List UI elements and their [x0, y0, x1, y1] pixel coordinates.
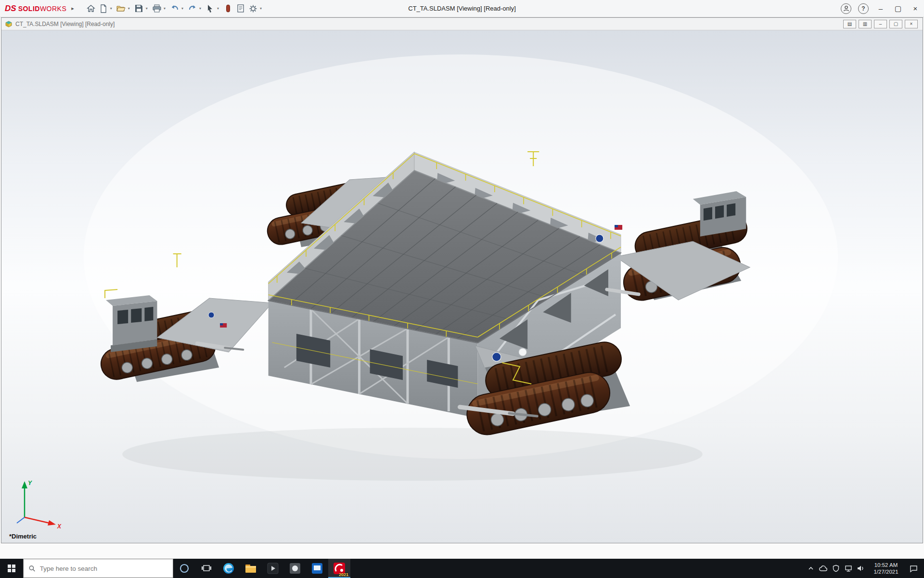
close-button[interactable]: × — [907, 0, 924, 17]
triad-x-label: X — [57, 523, 62, 529]
minimize-button[interactable]: – — [872, 0, 889, 17]
file-explorer-button[interactable] — [240, 559, 262, 578]
save-button[interactable] — [133, 2, 145, 15]
options-caret-icon[interactable]: ▾ — [260, 6, 262, 11]
windows-taskbar: 2021 10:52 AM 1/27/2021 — [0, 559, 924, 578]
app-titlebar: DS SOLIDWORKS ▸ ▾ ▾ ▾ ▾ ▾ ▾ ▾ — [0, 0, 924, 17]
doc-pane-button-2[interactable]: ▥ — [859, 20, 872, 28]
cloud-icon — [819, 565, 828, 572]
start-button[interactable] — [0, 559, 23, 578]
cortana-icon — [179, 563, 190, 574]
search-icon — [28, 565, 36, 572]
options-gear-button[interactable] — [247, 2, 259, 15]
onedrive-tray-button[interactable] — [817, 559, 830, 578]
clock-time: 10:52 AM — [869, 562, 903, 568]
clock-date: 1/27/2021 — [869, 568, 903, 575]
doc-close-button[interactable]: × — [905, 20, 918, 28]
open-button[interactable] — [115, 2, 128, 15]
view-orientation-label: *Dimetric — [9, 533, 37, 540]
edge-icon — [222, 562, 235, 575]
window-title: CT_TA.SLDASM [Viewing] [Read-only] — [408, 5, 516, 12]
doc-pane-button-1[interactable]: ▤ — [843, 20, 856, 28]
orientation-triad[interactable]: X Y — [10, 472, 63, 529]
open-caret-icon[interactable]: ▾ — [128, 6, 130, 11]
redo-button[interactable] — [186, 2, 199, 15]
ds-logo-icon: DS — [5, 4, 16, 13]
document-window: CT_TA.SLDASM [Viewing] [Read-only] ▤ ▥ –… — [1, 17, 923, 543]
blue-window-app-button[interactable] — [306, 559, 328, 578]
new-document-button[interactable] — [97, 2, 110, 15]
crawler-transporter-model — [1, 30, 923, 543]
blue-window-app-icon — [311, 563, 323, 574]
print-caret-icon[interactable]: ▾ — [164, 6, 166, 11]
file-explorer-icon — [244, 563, 257, 574]
windows-logo-icon — [8, 565, 15, 572]
chevron-up-icon — [808, 565, 814, 572]
edge-button[interactable] — [218, 559, 240, 578]
volume-icon — [857, 565, 865, 572]
document-titlebar: CT_TA.SLDASM [Viewing] [Read-only] ▤ ▥ –… — [1, 18, 923, 30]
video-app-button[interactable] — [262, 559, 284, 578]
help-button[interactable]: ? — [858, 3, 869, 14]
home-button[interactable] — [85, 2, 97, 15]
main-toolbar: ▾ ▾ ▾ ▾ ▾ ▾ ▾ ▾ — [85, 2, 265, 15]
document-window-controls: ▤ ▥ – ▢ × — [843, 20, 918, 28]
toolbar-expand-icon[interactable]: ▸ — [71, 5, 74, 12]
new-document-caret-icon[interactable]: ▾ — [110, 6, 112, 11]
undo-caret-icon[interactable]: ▾ — [181, 6, 183, 11]
hidden-icons-button[interactable] — [805, 559, 817, 578]
solidworks-taskbar-button[interactable]: 2021 — [328, 559, 350, 578]
select-caret-icon[interactable]: ▾ — [217, 6, 219, 11]
solidworks-logo: DS SOLIDWORKS — [5, 4, 66, 13]
document-title: CT_TA.SLDASM [Viewing] [Read-only] — [15, 21, 115, 27]
cortana-button[interactable] — [173, 559, 195, 578]
doc-restore-button[interactable]: ▢ — [889, 20, 902, 28]
titlebar-right-controls: ? – ▢ × — [837, 0, 924, 17]
solidworks-version-badge: 2021 — [339, 572, 348, 577]
undo-button[interactable] — [168, 2, 181, 15]
search-input[interactable] — [40, 565, 168, 572]
action-center-button[interactable] — [905, 559, 922, 578]
shield-icon — [832, 565, 840, 572]
redo-caret-icon[interactable]: ▾ — [199, 6, 201, 11]
network-icon — [844, 565, 853, 572]
doc-minimize-button[interactable]: – — [874, 20, 887, 28]
taskbar-search[interactable] — [23, 559, 173, 578]
print-button[interactable] — [151, 2, 163, 15]
select-cursor-button[interactable] — [204, 2, 217, 15]
taskbar-clock[interactable]: 10:52 AM 1/27/2021 — [867, 562, 905, 575]
assembly-icon — [5, 21, 12, 27]
triad-y-label: Y — [28, 480, 32, 486]
network-tray-button[interactable] — [842, 559, 855, 578]
video-app-icon — [267, 563, 279, 574]
system-tray: 10:52 AM 1/27/2021 — [805, 559, 924, 578]
volume-tray-button[interactable] — [855, 559, 867, 578]
security-tray-button[interactable] — [830, 559, 842, 578]
photos-app-icon — [289, 563, 301, 574]
right-cab — [693, 191, 746, 236]
save-caret-icon[interactable]: ▾ — [146, 6, 148, 11]
account-button[interactable] — [841, 3, 851, 14]
appearance-button[interactable] — [222, 2, 234, 15]
3d-viewport[interactable]: X Y *Dimetric — [1, 30, 923, 543]
restore-button[interactable]: ▢ — [889, 0, 907, 17]
task-view-button[interactable] — [195, 559, 218, 578]
photos-app-button[interactable] — [284, 559, 306, 578]
task-view-icon — [201, 564, 212, 573]
action-center-icon — [909, 564, 918, 573]
document-properties-button[interactable] — [234, 2, 247, 15]
